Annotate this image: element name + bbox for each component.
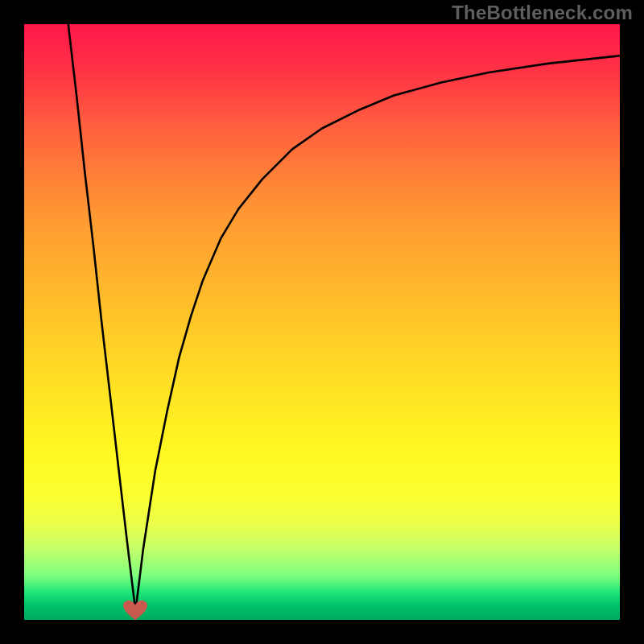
figure-frame: TheBottleneck.com	[0, 0, 644, 644]
curve-left-branch	[68, 24, 136, 611]
plot-area	[24, 24, 620, 620]
curve-right-branch	[135, 56, 620, 611]
curve-layer	[24, 24, 620, 620]
curve-group	[68, 24, 620, 611]
watermark-text: TheBottleneck.com	[452, 2, 633, 24]
heart-marker	[123, 601, 147, 620]
